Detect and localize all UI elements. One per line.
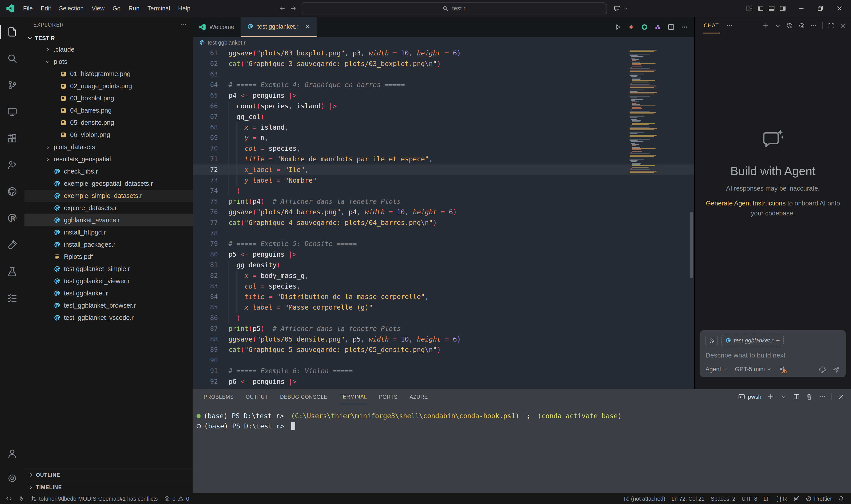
panel-tab-problems[interactable]: PROBLEMS xyxy=(204,390,234,404)
activity-remote-explorer[interactable] xyxy=(0,98,24,125)
tab-chat[interactable]: CHAT xyxy=(703,18,720,34)
file-tree-item[interactable]: plots xyxy=(24,56,193,68)
file-tree-item[interactable]: Rexplore_datasets.r xyxy=(24,202,193,214)
activity-r-language[interactable]: R xyxy=(0,205,24,231)
file-tree-item[interactable]: Rtest_ggblanket_browser.r xyxy=(24,300,193,312)
workspace-root-row[interactable]: TEST R xyxy=(24,33,193,43)
file-tree-item[interactable]: Rtest_ggblanket_vscode.r xyxy=(24,312,193,324)
file-tree-item[interactable]: .claude xyxy=(24,43,193,56)
split-editor-icon[interactable] xyxy=(667,23,675,31)
trash-icon[interactable] xyxy=(806,393,813,400)
tools-button[interactable] xyxy=(779,366,786,373)
file-tree-item[interactable]: Rplots.pdf xyxy=(24,251,193,263)
file-tree-item[interactable]: Rtest ggblanket.r xyxy=(24,287,193,300)
split-terminal-icon[interactable] xyxy=(793,393,800,400)
chevron-down-icon[interactable] xyxy=(780,393,787,400)
toggle-secondary-sidebar-icon[interactable] xyxy=(779,5,786,12)
activity-beaker[interactable] xyxy=(0,258,24,285)
extension-lantern[interactable] xyxy=(15,496,28,502)
toggle-panel-icon[interactable] xyxy=(768,5,775,12)
editor-scrollbar[interactable] xyxy=(690,212,693,278)
arrow-forward-icon[interactable] xyxy=(290,5,297,12)
tab-welcome[interactable]: Welcome xyxy=(193,17,241,37)
activity-extensions[interactable] xyxy=(0,125,24,151)
file-tree-item[interactable]: Rexemple_simple_datasets.r xyxy=(24,190,193,202)
notifications[interactable] xyxy=(835,496,848,502)
close-panel-icon[interactable] xyxy=(838,393,845,400)
file-tree-item[interactable]: Rinstall_packages.r xyxy=(24,238,193,251)
terminal-shell-chip[interactable]: pwsh xyxy=(738,393,761,400)
file-tree-item[interactable]: 02_nuage_points.png xyxy=(24,80,193,92)
agent-mode-dropdown[interactable]: Agent xyxy=(706,366,728,373)
more-icon[interactable] xyxy=(810,22,817,29)
copilot-menu-button[interactable] xyxy=(614,5,629,12)
menu-edit[interactable]: Edit xyxy=(37,0,55,17)
ext-action-red-icon[interactable] xyxy=(627,23,635,31)
file-tree-item[interactable]: 06_violon.png xyxy=(24,129,193,141)
more-icon[interactable] xyxy=(681,23,688,31)
file-tree-item[interactable]: plots_datasets xyxy=(24,141,193,153)
cursor-position[interactable]: Ln 72, Col 21 xyxy=(668,496,708,502)
prettier-status[interactable]: Prettier xyxy=(802,496,835,502)
explorer-more-actions[interactable] xyxy=(180,21,187,29)
chevron-down-icon[interactable] xyxy=(774,22,781,29)
minimize-icon[interactable] xyxy=(798,5,805,12)
sidebar-section-outline[interactable]: OUTLINE xyxy=(24,469,193,481)
gear-icon[interactable] xyxy=(798,22,805,29)
tab-test-ggblanket-r[interactable]: Rtest ggblanket.r xyxy=(241,17,317,37)
attach-context-button[interactable] xyxy=(706,335,718,346)
activity-live-share[interactable] xyxy=(0,151,24,178)
activity-search[interactable] xyxy=(0,45,24,72)
ext-action-purple-icon[interactable] xyxy=(654,23,662,31)
activity-test-tube[interactable] xyxy=(0,231,24,258)
history-icon[interactable] xyxy=(786,22,793,29)
close-tab-icon[interactable] xyxy=(305,24,310,30)
github-pr-status[interactable]: tofunori/Albedo-MODIS-Geemap#1 has confl… xyxy=(28,496,161,502)
indentation[interactable]: Spaces: 2 xyxy=(708,496,739,502)
file-tree-item[interactable]: Rexemple_geospatial_datasets.r xyxy=(24,178,193,190)
sidebar-section-timeline[interactable]: TIMELINE xyxy=(24,481,193,493)
language-mode[interactable]: { } R xyxy=(773,496,790,502)
more-icon[interactable] xyxy=(819,393,826,400)
menu-selection[interactable]: Selection xyxy=(55,0,88,17)
close-icon[interactable] xyxy=(839,22,847,29)
file-tree-item[interactable]: Rggblanket_avance.r xyxy=(24,214,193,226)
activity-accounts[interactable] xyxy=(0,441,24,466)
terminal-content[interactable]: (base) PS D:\test r> (C:\Users\thier\min… xyxy=(193,405,851,431)
close-icon[interactable] xyxy=(836,5,843,12)
panel-tab-azure[interactable]: AZURE xyxy=(410,390,428,404)
menu-go[interactable]: Go xyxy=(108,0,124,17)
file-tree-item[interactable]: 01_histogramme.png xyxy=(24,68,193,80)
menu-run[interactable]: Run xyxy=(124,0,143,17)
menu-help[interactable]: Help xyxy=(174,0,194,17)
breadcrumb[interactable]: R test ggblanket.r xyxy=(193,37,694,48)
eol[interactable]: LF xyxy=(761,496,773,502)
run-file-icon[interactable] xyxy=(614,23,622,31)
activity-explorer[interactable] xyxy=(0,19,24,45)
menu-view[interactable]: View xyxy=(88,0,108,17)
activity-todo-checklist[interactable] xyxy=(0,285,24,311)
chat-tab-more[interactable] xyxy=(726,22,733,29)
screen-full-icon[interactable] xyxy=(828,22,835,29)
copilot-status[interactable] xyxy=(790,496,802,502)
panel-tab-output[interactable]: OUTPUT xyxy=(246,390,268,404)
panel-tab-terminal[interactable]: TERMINAL xyxy=(340,390,367,404)
file-tree-item[interactable]: Rtest ggblanket_simple.r xyxy=(24,263,193,275)
cloud-send-icon[interactable] xyxy=(818,365,826,373)
r-runtime-status[interactable]: R: (not attached) xyxy=(621,496,668,502)
remote-indicator[interactable] xyxy=(3,496,15,502)
panel-tab-ports[interactable]: PORTS xyxy=(379,390,398,404)
file-tree-item[interactable]: 03_boxplot.png xyxy=(24,92,193,104)
add-context-icon[interactable]: + xyxy=(776,337,780,344)
menu-terminal[interactable]: Terminal xyxy=(143,0,174,17)
problems-status[interactable]: 00 xyxy=(161,496,192,502)
customize-layout-icon[interactable] xyxy=(746,5,753,12)
activity-github[interactable] xyxy=(0,178,24,205)
context-chip[interactable]: R test ggblanket.r + xyxy=(722,335,784,346)
file-tree-item[interactable]: 04_barres.png xyxy=(24,104,193,116)
ext-action-teal-icon[interactable] xyxy=(641,23,648,31)
toggle-sidebar-icon[interactable] xyxy=(757,5,764,12)
send-icon[interactable] xyxy=(832,365,840,373)
file-tree-item[interactable]: 05_densite.png xyxy=(24,116,193,129)
command-center-search[interactable]: test r xyxy=(301,2,607,14)
